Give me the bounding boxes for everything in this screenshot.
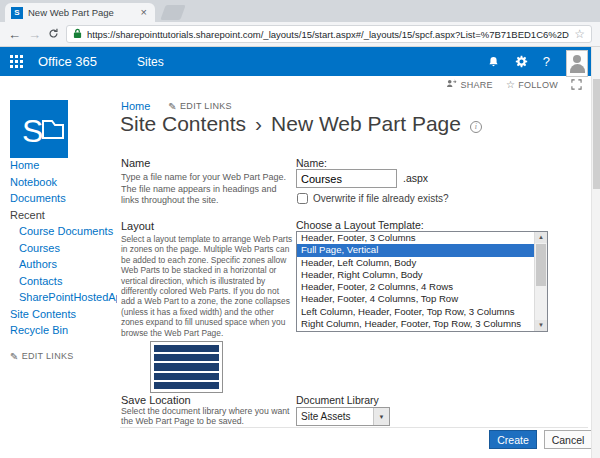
office365-brand[interactable]: Office 365 — [38, 54, 97, 69]
layout-template-listbox[interactable]: Header, Footer, 3 Columns Full Page, Ver… — [296, 231, 548, 332]
overwrite-row: Overwrite if file already exists? — [297, 193, 449, 204]
overwrite-checkbox[interactable] — [297, 193, 308, 204]
address-bar[interactable]: https://sharepointtutorials.sharepoint.c… — [66, 25, 592, 43]
sidebar-item-home[interactable]: Home — [10, 157, 117, 174]
sidebar-item-courses[interactable]: Courses — [10, 240, 117, 257]
title-separator: › — [255, 112, 262, 136]
page-scrollbar[interactable] — [591, 47, 600, 458]
refresh-icon[interactable] — [48, 28, 59, 41]
follow-button[interactable]: ☆ FOLLOW — [506, 79, 558, 90]
sharepoint-logo[interactable]: S — [10, 100, 68, 158]
save-section-description: Select the document library where you wa… — [121, 406, 299, 426]
sidebar-item-recycle-bin[interactable]: Recycle Bin — [10, 322, 117, 339]
footer-divider — [120, 427, 588, 428]
layout-option[interactable]: Header, Footer, 3 Columns — [297, 232, 534, 244]
pencil-icon: ✎ — [168, 101, 177, 112]
breadcrumb-home-link[interactable]: Home — [121, 100, 150, 112]
layout-option[interactable]: Header, Footer, 4 Columns, Top Row — [297, 293, 534, 305]
quick-launch-sidebar: Home Notebook Documents Recent Course Do… — [10, 157, 117, 362]
title-page-name: New Web Part Page — [271, 112, 461, 136]
url-text: https://sharepointtutorials.sharepoint.c… — [87, 29, 569, 40]
layout-option[interactable]: Header, Footer, 2 Columns, 4 Rows — [297, 281, 534, 293]
suite-nav-sites[interactable]: Sites — [137, 55, 164, 69]
save-section-heading: Save Location — [121, 394, 191, 406]
create-button[interactable]: Create — [489, 430, 537, 449]
preview-zone-bar — [154, 382, 219, 389]
share-button[interactable]: SHARE — [446, 79, 493, 90]
name-field-label: Name: — [296, 157, 327, 169]
suite-bar: Office 365 Sites ? — [0, 47, 600, 76]
layout-preview-thumbnail — [150, 341, 223, 393]
overwrite-label: Overwrite if file already exists? — [313, 193, 449, 204]
gear-icon[interactable] — [515, 55, 528, 68]
tab-title: New Web Part Page — [28, 7, 134, 18]
layout-template-label: Choose a Layout Template: — [296, 219, 424, 231]
share-label: SHARE — [460, 80, 493, 90]
scroll-up-icon[interactable]: ▲ — [535, 232, 547, 243]
pencil-icon: ✎ — [10, 351, 19, 362]
page-scroll-thumb[interactable] — [593, 79, 600, 189]
preview-zone-bar — [154, 373, 219, 380]
page-actions: SHARE ☆ FOLLOW — [446, 79, 582, 90]
document-library-label: Document Library — [296, 394, 379, 406]
edit-links-sidebar[interactable]: ✎ EDIT LINKS — [10, 351, 117, 362]
forward-icon[interactable]: → — [28, 28, 41, 41]
https-lock-icon — [73, 25, 82, 43]
document-library-select[interactable]: Site Assets ▼ — [296, 407, 390, 426]
bell-icon[interactable] — [487, 55, 500, 68]
sidebar-item-sharepointhostedapp[interactable]: SharePointHostedApp — [10, 289, 117, 306]
layout-section-description: Select a layout template to arrange Web … — [121, 234, 295, 338]
name-section-heading: Name — [121, 157, 150, 169]
bookmark-star-icon[interactable]: ☆ — [574, 27, 585, 41]
sidebar-item-site-contents[interactable]: Site Contents — [10, 306, 117, 323]
document-library-value: Site Assets — [297, 411, 373, 422]
layout-option[interactable]: Header, Left Column, Body — [297, 257, 534, 269]
share-icon — [446, 79, 457, 90]
follow-label: FOLLOW — [518, 80, 558, 90]
preview-zone-bar — [154, 363, 219, 370]
info-icon[interactable]: i — [470, 121, 482, 133]
sidebar-item-authors[interactable]: Authors — [10, 256, 117, 273]
listbox-scroll-thumb[interactable] — [536, 244, 546, 286]
browser-toolbar: ← → https://sharepointtutorials.sharepoi… — [0, 22, 600, 47]
user-avatar[interactable] — [566, 50, 588, 77]
avatar-torso — [570, 64, 585, 73]
name-section-description: Type a file name for your Web Part Page.… — [121, 172, 291, 207]
edit-links-top[interactable]: ✎ EDIT LINKS — [168, 101, 232, 112]
layout-option[interactable]: Header, Right Column, Body — [297, 269, 534, 281]
app-launcher-icon[interactable] — [0, 47, 32, 76]
layout-option[interactable]: Right Column, Header, Footer, Top Row, 3… — [297, 318, 534, 330]
new-tab-button[interactable] — [160, 5, 185, 20]
back-icon[interactable]: ← — [8, 28, 21, 41]
layout-options: Header, Footer, 3 Columns Full Page, Ver… — [297, 232, 534, 331]
listbox-scrollbar[interactable]: ▲ ▼ — [534, 232, 547, 331]
help-icon[interactable]: ? — [543, 54, 550, 69]
sidebar-item-notebook[interactable]: Notebook — [10, 174, 117, 191]
sidebar-item-documents[interactable]: Documents — [10, 190, 117, 207]
page-title: Site Contents › New Web Part Page i — [120, 112, 482, 136]
scroll-down-icon[interactable]: ▼ — [535, 320, 547, 331]
title-site-contents[interactable]: Site Contents — [120, 112, 246, 136]
cancel-button[interactable]: Cancel — [544, 430, 592, 449]
follow-star-icon: ☆ — [506, 79, 515, 90]
preview-zone-bar — [154, 345, 219, 352]
logo-letter: S — [22, 113, 43, 149]
preview-zone-bar — [154, 354, 219, 361]
layout-section-heading: Layout — [121, 220, 154, 232]
tab-close-icon[interactable]: × — [139, 7, 149, 18]
browser-tab-strip: S New Web Part Page × — [0, 0, 600, 22]
sidebar-header-recent: Recent — [10, 207, 117, 224]
browser-tab[interactable]: S New Web Part Page × — [5, 3, 155, 22]
avatar-head — [573, 55, 581, 63]
sidebar-item-course-documents[interactable]: Course Documents — [10, 223, 117, 240]
name-input[interactable] — [296, 169, 397, 188]
layout-option-selected[interactable]: Full Page, Vertical — [297, 244, 534, 256]
edit-links-top-label: EDIT LINKS — [180, 101, 232, 111]
sharepoint-favicon-icon: S — [11, 7, 23, 19]
layout-option[interactable]: Left Column, Header, Footer, Top Row, 3 … — [297, 306, 534, 318]
sidebar-item-contacts[interactable]: Contacts — [10, 273, 117, 290]
dropdown-arrow-icon: ▼ — [373, 408, 389, 425]
focus-on-content-button[interactable] — [571, 79, 582, 90]
breadcrumb: Home ✎ EDIT LINKS — [121, 100, 232, 112]
aspx-extension-label: .aspx — [403, 172, 428, 184]
